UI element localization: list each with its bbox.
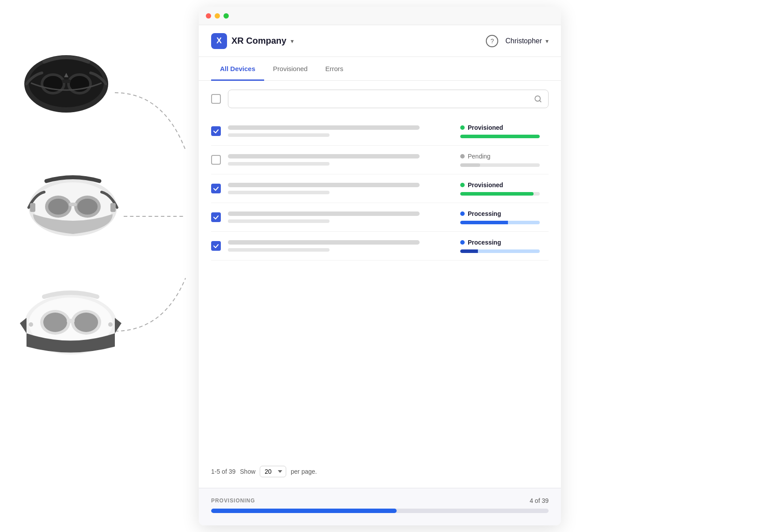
device-checkbox-5[interactable] — [211, 241, 221, 251]
progress-fill-1 — [460, 135, 540, 138]
svg-point-12 — [74, 196, 101, 218]
device-name-line — [228, 125, 420, 130]
search-icon — [534, 95, 542, 103]
search-box — [228, 90, 549, 108]
device-name-line — [228, 154, 420, 158]
company-chevron-icon: ▾ — [291, 38, 294, 45]
svg-point-24 — [29, 322, 33, 327]
help-question-mark: ? — [490, 38, 494, 45]
search-row — [211, 90, 549, 108]
main-content: All Devices Provisioned Errors — [199, 57, 561, 525]
company-logo[interactable]: X XR Company ▾ — [211, 33, 294, 49]
device-name-line — [228, 240, 420, 245]
svg-point-18 — [29, 298, 113, 349]
status-label-4: Processing — [460, 210, 501, 217]
device-info-4 — [228, 211, 453, 223]
header-right: ? Christopher ▾ — [486, 35, 549, 47]
svg-rect-23 — [67, 319, 75, 323]
tab-provisioned[interactable]: Provisioned — [264, 57, 316, 81]
pagination-range: 1-5 of 39 — [211, 468, 235, 475]
device-checkbox-4[interactable] — [211, 212, 221, 222]
per-page-suffix: per page. — [291, 468, 317, 475]
pagination: 1-5 of 39 Show 10 20 50 100 per page. — [211, 459, 549, 479]
help-icon[interactable]: ? — [486, 35, 498, 47]
svg-rect-14 — [69, 203, 77, 206]
device-row: Processing — [211, 232, 549, 260]
progress-fill-3 — [460, 192, 534, 196]
close-button[interactable] — [206, 13, 211, 19]
svg-rect-16 — [110, 203, 116, 212]
device-checkbox-1[interactable] — [211, 126, 221, 136]
status-dot-blue-2 — [460, 240, 465, 245]
device-row: Processing — [211, 203, 549, 232]
status-dot-gray — [460, 154, 465, 158]
device-name-line — [228, 183, 420, 187]
logo-box: X — [211, 33, 227, 49]
device-sub-line — [228, 219, 329, 223]
maximize-button[interactable] — [223, 13, 229, 19]
svg-line-27 — [539, 100, 541, 102]
user-info[interactable]: Christopher ▾ — [505, 37, 549, 45]
svg-point-0 — [24, 55, 108, 113]
status-label-3: Provisioned — [460, 181, 503, 189]
status-text-3: Provisioned — [468, 181, 503, 189]
minimize-button[interactable] — [215, 13, 220, 19]
status-text-4: Processing — [468, 210, 501, 217]
company-name: XR Company — [231, 36, 286, 46]
svg-point-22 — [74, 313, 98, 332]
status-label-1: Provisioned — [460, 124, 503, 131]
progress-fill-2 — [460, 163, 480, 167]
header: X XR Company ▾ ? Christopher ▾ — [199, 25, 561, 57]
device-checkbox-2[interactable] — [211, 155, 221, 165]
svg-point-10 — [45, 196, 72, 218]
select-all-checkbox[interactable] — [211, 94, 221, 104]
device-sub-line — [228, 133, 329, 137]
device-name-line — [228, 211, 420, 216]
svg-point-1 — [29, 59, 104, 107]
per-page-select[interactable]: 10 20 50 100 — [260, 466, 286, 477]
status-text-1: Provisioned — [468, 124, 503, 131]
tabs-bar: All Devices Provisioned Errors — [199, 57, 561, 81]
status-text-5: Processing — [468, 239, 501, 246]
device-info-3 — [228, 183, 453, 194]
progress-fill-4 — [460, 221, 540, 224]
svg-point-21 — [71, 310, 101, 335]
progress-container-4 — [460, 221, 540, 224]
provisioning-header: PROVISIONING 4 of 39 — [211, 497, 549, 504]
device-status-4: Processing — [460, 210, 549, 224]
device-sub-line — [228, 162, 329, 166]
main-progress-fill — [211, 509, 397, 513]
app-window: X XR Company ▾ ? Christopher ▾ All Devic… — [199, 7, 561, 525]
svg-point-4 — [67, 73, 92, 94]
main-progress-container — [211, 509, 549, 513]
device-status-2: Pending — [460, 153, 549, 167]
progress-container-3 — [460, 192, 540, 196]
pagination-show-label: Show — [240, 468, 255, 475]
tab-errors[interactable]: Errors — [316, 57, 352, 81]
progress-fill-5 — [460, 249, 540, 253]
device-list-area: Provisioned — [199, 81, 561, 488]
search-input[interactable] — [235, 95, 534, 102]
tab-all-devices[interactable]: All Devices — [211, 57, 264, 81]
user-chevron-icon: ▾ — [545, 38, 549, 45]
device-info-5 — [228, 240, 453, 252]
logo-letter: X — [216, 36, 222, 45]
device-row: Provisioned — [211, 174, 549, 203]
device-row: Pending — [211, 146, 549, 174]
svg-point-19 — [40, 310, 70, 335]
svg-rect-6 — [62, 79, 71, 83]
svg-point-3 — [43, 76, 63, 92]
svg-point-17 — [24, 294, 117, 355]
device-checkbox-3[interactable] — [211, 184, 221, 193]
progress-container-2 — [460, 163, 540, 167]
status-dot-green-2 — [460, 183, 465, 187]
svg-point-2 — [41, 73, 65, 94]
svg-rect-15 — [30, 203, 35, 212]
device-row: Provisioned — [211, 117, 549, 146]
progress-container-5 — [460, 249, 540, 253]
svg-point-13 — [77, 199, 98, 215]
status-dot-green — [460, 125, 465, 130]
provisioning-count: 4 of 39 — [530, 497, 549, 504]
device-info-2 — [228, 154, 453, 166]
title-bar — [199, 7, 561, 25]
